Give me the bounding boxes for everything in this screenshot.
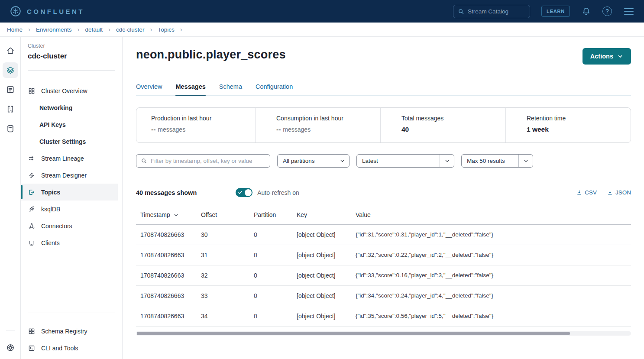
sidebar-item-stream-lineage[interactable]: Stream Lineage — [21, 150, 118, 167]
check-icon — [238, 190, 243, 195]
sidebar-item-label: Cluster Overview — [41, 87, 87, 94]
confluent-logo-icon — [10, 5, 22, 17]
help-icon[interactable]: ? — [602, 6, 612, 16]
rail-notes-icon[interactable] — [3, 82, 18, 97]
schema-registry-icon — [28, 327, 36, 335]
sidebar-item-api-keys[interactable]: API Keys — [21, 116, 118, 133]
table-row[interactable]: 1708740826663 34 0 [object Object] {"id"… — [136, 306, 631, 326]
cell-timestamp: 1708740826663 — [136, 285, 197, 306]
column-header-key[interactable]: Key — [292, 207, 351, 224]
breadcrumb-cluster[interactable]: cdc-cluster — [116, 26, 144, 33]
breadcrumb-home[interactable]: Home — [7, 26, 23, 33]
partition-select-value: All partitions — [278, 158, 335, 164]
rail-home-icon[interactable] — [3, 43, 18, 58]
tab-configuration[interactable]: Configuration — [256, 83, 293, 96]
menu-hamburger-icon[interactable] — [623, 7, 634, 16]
auto-refresh-toggle[interactable] — [236, 188, 252, 197]
result-limit-select[interactable]: Max 50 results — [461, 154, 533, 168]
sidebar-nav: Cluster Overview Networking API Keys Clu… — [21, 82, 122, 313]
toggle-knob — [245, 189, 252, 196]
stream-catalog-input[interactable] — [468, 8, 524, 15]
support-globe-icon[interactable] — [3, 340, 18, 356]
sidebar-item-topics[interactable]: Topics — [21, 184, 118, 201]
cell-key: [object Object] — [292, 245, 351, 265]
chevron-right-icon: › — [180, 26, 182, 32]
sidebar-item-label: Networking — [39, 104, 72, 111]
table-row[interactable]: 1708740826663 31 0 [object Object] {"id"… — [136, 245, 631, 265]
cluster-section-label: Cluster — [21, 43, 122, 49]
sidebar-item-cluster-settings[interactable]: Cluster Settings — [21, 133, 118, 150]
cell-key: [object Object] — [292, 224, 351, 245]
sidebar-item-cli-and-tools[interactable]: CLI and Tools — [21, 340, 118, 356]
sidebar-item-clients[interactable]: Clients — [21, 234, 118, 251]
top-navbar: CONFLUENT LEARN ? — [0, 0, 644, 23]
sidebar-footer: Schema Registry CLI and Tools — [21, 313, 122, 359]
notifications-bell-icon[interactable] — [581, 6, 591, 16]
learn-button[interactable]: LEARN — [541, 6, 570, 17]
sidebar-item-label: Cluster Settings — [39, 138, 86, 145]
cluster-sidebar: Cluster cdc-cluster Cluster Overview Net… — [21, 37, 123, 359]
messages-count: 40 messages shown — [136, 189, 197, 196]
horizontal-scrollbar[interactable] — [136, 331, 631, 336]
stat-value: -- — [276, 126, 281, 133]
clients-icon — [28, 239, 36, 247]
scrollbar-thumb[interactable] — [137, 332, 570, 335]
breadcrumb-environments[interactable]: Environments — [36, 26, 72, 33]
lineage-icon — [28, 155, 36, 162]
table-row[interactable]: 1708740826663 30 0 [object Object] {"id"… — [136, 224, 631, 245]
tab-schema[interactable]: Schema — [219, 83, 242, 96]
cell-value: {"id":34,"score":0.24,"player_id":4,"__d… — [351, 285, 631, 306]
cell-timestamp: 1708740826663 — [136, 245, 197, 265]
result-limit-value: Max 50 results — [462, 158, 518, 164]
column-header-value[interactable]: Value — [351, 207, 631, 224]
sidebar-item-stream-designer[interactable]: Stream Designer — [21, 167, 118, 184]
topic-tabs: Overview Messages Schema Configuration — [136, 83, 631, 96]
sidebar-item-label: Schema Registry — [41, 328, 87, 335]
message-filter-search[interactable] — [136, 154, 270, 168]
column-header-offset[interactable]: Offset — [197, 207, 249, 224]
breadcrumb-topics[interactable]: Topics — [158, 26, 174, 33]
sidebar-item-label: Topics — [41, 189, 60, 196]
brand-block[interactable]: CONFLUENT — [10, 5, 84, 17]
rail-environments-icon[interactable] — [3, 62, 18, 78]
stat-suffix: messages — [283, 126, 311, 133]
sidebar-item-label: Stream Designer — [41, 172, 87, 179]
download-csv-link[interactable]: CSV — [576, 189, 597, 196]
sidebar-item-label: Connectors — [41, 223, 72, 230]
offset-order-value: Latest — [357, 158, 440, 164]
offset-order-select[interactable]: Latest — [356, 154, 454, 168]
sidebar-item-networking[interactable]: Networking — [21, 99, 118, 116]
message-filter-input[interactable] — [151, 158, 263, 164]
cell-timestamp: 1708740826663 — [136, 224, 197, 245]
divider — [28, 70, 115, 71]
table-row[interactable]: 1708740826663 32 0 [object Object] {"id"… — [136, 265, 631, 285]
csv-label: CSV — [585, 189, 597, 196]
download-json-link[interactable]: JSON — [607, 189, 631, 196]
sidebar-item-ksqldb[interactable]: ksqlDB — [21, 201, 118, 217]
sidebar-item-schema-registry[interactable]: Schema Registry — [21, 323, 118, 340]
tab-overview[interactable]: Overview — [136, 83, 162, 96]
chevron-down-icon — [523, 158, 529, 164]
cluster-name: cdc-cluster — [21, 52, 122, 61]
sidebar-item-cluster-overview[interactable]: Cluster Overview — [21, 82, 118, 99]
stat-total-messages: Total messages 40 — [380, 108, 505, 142]
column-header-timestamp[interactable]: Timestamp — [136, 207, 197, 224]
icon-rail — [0, 37, 21, 359]
sidebar-item-connectors[interactable]: Connectors — [21, 217, 118, 234]
actions-button[interactable]: Actions — [583, 48, 631, 65]
sidebar-item-label: API Keys — [39, 121, 66, 128]
stream-catalog-search[interactable] — [453, 5, 530, 18]
cell-offset: 32 — [197, 265, 249, 285]
rail-database-icon[interactable] — [3, 121, 18, 136]
designer-icon — [28, 171, 36, 179]
sidebar-item-label: Clients — [41, 239, 60, 246]
breadcrumb-default[interactable]: default — [85, 26, 103, 33]
table-row[interactable]: 1708740826663 33 0 [object Object] {"id"… — [136, 285, 631, 306]
partition-select[interactable]: All partitions — [277, 154, 350, 168]
rail-flink-icon[interactable] — [3, 101, 18, 117]
tab-messages[interactable]: Messages — [175, 83, 205, 96]
download-icon — [576, 190, 582, 195]
column-header-partition[interactable]: Partition — [249, 207, 292, 224]
cell-key: [object Object] — [292, 285, 351, 306]
stat-label: Production in last hour — [151, 115, 255, 122]
